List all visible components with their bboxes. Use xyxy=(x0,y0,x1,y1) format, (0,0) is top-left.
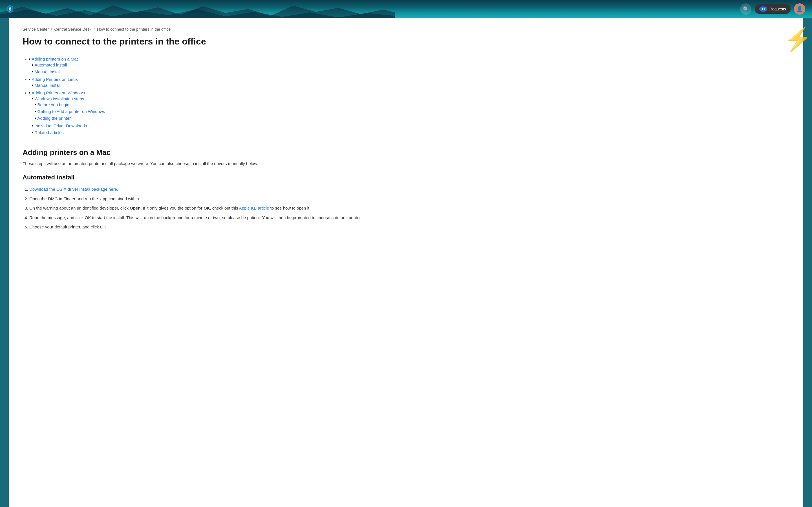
step-5: Choose your default printer, and click O… xyxy=(29,223,790,231)
step-1: Download the OS X driver install package… xyxy=(29,186,790,193)
toc-link-driver-downloads[interactable]: Individual Driver Downloads xyxy=(35,123,87,128)
toc-link-getting-to-add[interactable]: Getting to Add a printer on Windows xyxy=(37,109,105,114)
svg-point-7 xyxy=(276,11,276,11)
download-link[interactable]: Download the OS X driver install package… xyxy=(29,187,118,191)
logo[interactable] xyxy=(4,3,16,15)
toc-link-mac[interactable]: Adding printers on a Mac xyxy=(32,57,79,61)
requests-button[interactable]: 11 Requests xyxy=(755,4,791,14)
mac-section-description: These steps will use an automated printe… xyxy=(22,160,790,167)
svg-point-4 xyxy=(259,9,260,10)
breadcrumb-central-desk[interactable]: Central Service Desk xyxy=(54,27,91,32)
lightning-decoration: ⚡ xyxy=(784,28,812,51)
requests-label: Requests xyxy=(769,7,786,11)
search-button[interactable]: 🔍 xyxy=(740,3,751,15)
avatar[interactable]: 👤 xyxy=(794,3,805,15)
svg-point-3 xyxy=(253,8,254,8)
apple-kb-link[interactable]: Apple KB article xyxy=(239,206,269,210)
toc-link-windows[interactable]: Adding Printers on Windows xyxy=(32,91,85,95)
toc-link-manual-install-linux[interactable]: Manual Install xyxy=(35,83,61,88)
toc-link-automated-install[interactable]: Automated install xyxy=(35,62,67,67)
breadcrumb-service-center[interactable]: Service Center xyxy=(22,27,49,32)
toc-link-before-you-begin[interactable]: Before you begin xyxy=(37,102,69,107)
bold-open: Open xyxy=(130,206,140,210)
breadcrumb: Service Center / Central Service Desk / … xyxy=(22,27,790,32)
main-content: Service Center / Central Service Desk / … xyxy=(9,18,803,507)
svg-point-6 xyxy=(270,9,271,9)
header-actions: 🔍 11 Requests 👤 xyxy=(740,3,805,15)
step-3: On the warning about an unidentified dev… xyxy=(29,205,790,212)
table-of-contents: • Adding printers on a Mac • Automated i… xyxy=(22,56,790,137)
step-2: Open the DMG in Finder and run the .app … xyxy=(29,195,790,203)
search-icon: 🔍 xyxy=(743,6,749,12)
toc-link-related-articles[interactable]: Related articles xyxy=(35,130,63,135)
svg-point-9 xyxy=(287,10,288,10)
step-4: Read the message, and click OK to start … xyxy=(29,214,790,221)
steps-list: Download the OS X driver install package… xyxy=(22,186,790,231)
breadcrumb-sep-2: / xyxy=(94,27,95,32)
svg-point-8 xyxy=(282,6,282,7)
toc-link-adding-printer[interactable]: Adding the printer xyxy=(37,116,70,121)
mac-section-title: Adding printers on a Mac xyxy=(22,148,790,157)
svg-point-10 xyxy=(293,6,294,6)
page-title: How to connect to the printers in the of… xyxy=(22,36,790,47)
mountain-decoration xyxy=(0,4,395,18)
requests-badge: 11 xyxy=(759,6,767,11)
svg-point-5 xyxy=(265,7,265,8)
bold-ok: OK, xyxy=(204,206,211,210)
breadcrumb-sep-1: / xyxy=(51,27,52,32)
toc-link-linux[interactable]: Adding Printers on Linux xyxy=(32,77,78,82)
breadcrumb-current: How to connect to the printers in the of… xyxy=(97,27,170,32)
header: 🔍 11 Requests 👤 xyxy=(0,0,812,18)
toc-link-manual-install-mac[interactable]: Manual Install xyxy=(35,69,61,74)
toc-link-windows-steps[interactable]: Windows installation steps xyxy=(35,96,84,101)
automated-install-title: Automated install xyxy=(22,174,790,181)
avatar-icon: 👤 xyxy=(797,6,803,12)
